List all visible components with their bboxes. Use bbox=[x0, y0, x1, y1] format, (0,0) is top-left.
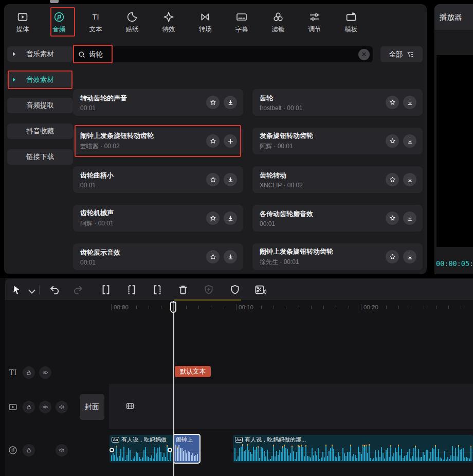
sound-effect-card[interactable]: 齿轮转动XNCLIP · 00:02 bbox=[252, 166, 423, 193]
playhead-handle[interactable] bbox=[170, 302, 176, 313]
nav-tab-label: 调节 bbox=[308, 25, 321, 34]
sidebar-item-音效素材[interactable]: 音效素材 bbox=[7, 72, 73, 87]
nav-tab-label: 音频 bbox=[53, 25, 66, 34]
search-icon bbox=[78, 50, 86, 59]
player-video-area[interactable] bbox=[436, 55, 473, 247]
download-button[interactable] bbox=[403, 250, 416, 263]
shield-icon[interactable] bbox=[229, 284, 241, 296]
player-header: 播放器 bbox=[434, 4, 473, 30]
favorite-star-button[interactable] bbox=[206, 134, 220, 148]
download-button[interactable] bbox=[224, 173, 237, 186]
header-spacer bbox=[39, 444, 51, 456]
favorite-star-button[interactable] bbox=[206, 173, 220, 186]
favorite-star-button[interactable] bbox=[206, 96, 220, 109]
audio-separation-icon[interactable] bbox=[254, 284, 266, 296]
undo-button[interactable] bbox=[48, 284, 61, 296]
split-button[interactable] bbox=[100, 284, 112, 296]
timeline-ruler[interactable]: 00:0000:1000:20 bbox=[77, 301, 473, 314]
ai-shield-icon[interactable] bbox=[203, 284, 215, 296]
chevron-down-icon[interactable] bbox=[26, 286, 38, 298]
player-panel: 播放器 00:00:05:05 bbox=[434, 4, 473, 274]
cover-button[interactable]: 封面 bbox=[80, 394, 104, 420]
delete-button[interactable] bbox=[177, 284, 189, 296]
search-input[interactable]: 齿轮 ✕ bbox=[73, 46, 373, 62]
nav-tab-转场[interactable]: 转场 bbox=[189, 7, 222, 38]
download-button[interactable] bbox=[403, 211, 416, 225]
redo-button[interactable] bbox=[72, 284, 84, 296]
select-cursor-icon[interactable] bbox=[10, 284, 23, 296]
sidebar-item-label: 音频提取 bbox=[26, 101, 54, 110]
filter-all-button[interactable]: 全部 bbox=[380, 46, 423, 62]
lock-icon[interactable] bbox=[23, 366, 35, 379]
sound-effect-card[interactable]: 齿轮frostbelt · 00:01 bbox=[252, 89, 423, 116]
favorite-star-button[interactable] bbox=[206, 211, 220, 225]
ruler-tick bbox=[149, 306, 149, 309]
card-actions bbox=[386, 96, 416, 109]
favorite-star-button[interactable] bbox=[386, 250, 399, 263]
nav-tab-字幕[interactable]: 字幕 bbox=[225, 7, 258, 38]
ruler-tick bbox=[161, 306, 161, 309]
eye-icon[interactable] bbox=[39, 366, 51, 379]
download-button[interactable] bbox=[403, 134, 416, 148]
download-button[interactable] bbox=[403, 173, 416, 186]
expand-triangle-icon bbox=[13, 52, 15, 56]
sound-title: 齿轮 bbox=[260, 94, 302, 103]
text-clip[interactable]: 默认文本 bbox=[175, 366, 211, 377]
nav-tab-贴纸[interactable]: 贴纸 bbox=[116, 7, 149, 38]
lock-icon[interactable] bbox=[23, 401, 35, 413]
clip-label-row: 闹钟上 bbox=[174, 435, 199, 443]
ruler-major-tick bbox=[236, 304, 236, 310]
audio-clip-1[interactable]: Aa 有人说，吃妈妈做 bbox=[110, 435, 173, 463]
card-text: 发条旋钮转动齿轮阿辉 · 00:01 bbox=[260, 131, 313, 151]
speaker-icon[interactable] bbox=[56, 401, 68, 413]
favorite-star-button[interactable] bbox=[386, 211, 399, 225]
lock-icon[interactable] bbox=[23, 444, 35, 456]
sound-effect-card[interactable]: 闹钟上发条旋钮转动齿轮徐先生 · 00:01 bbox=[252, 243, 423, 270]
keyframe-dot[interactable] bbox=[168, 448, 172, 452]
sound-effect-card[interactable]: 齿轮机械声阿辉 · 00:01 bbox=[73, 205, 243, 232]
ruler-tick bbox=[336, 306, 336, 309]
card-actions bbox=[206, 134, 237, 148]
nav-tab-音频[interactable]: 音频 bbox=[43, 7, 76, 38]
add-to-timeline-button[interactable] bbox=[224, 134, 237, 148]
sound-effect-card[interactable]: 各传动齿轮磨音效00:01 bbox=[252, 205, 423, 232]
nav-tab-模板[interactable]: 模板 bbox=[335, 7, 368, 38]
split-delete-left-button[interactable] bbox=[125, 284, 138, 296]
sidebar-item-音频提取[interactable]: 音频提取 bbox=[7, 98, 73, 113]
sound-effect-card[interactable]: 齿轮曲柄小00:01 bbox=[73, 166, 243, 193]
favorite-star-button[interactable] bbox=[386, 96, 399, 109]
ruler-tick bbox=[398, 306, 399, 309]
eye-icon[interactable] bbox=[39, 401, 51, 413]
video-track-row[interactable] bbox=[109, 384, 473, 429]
split-delete-right-button[interactable] bbox=[151, 284, 163, 296]
speaker-icon[interactable] bbox=[56, 444, 68, 456]
clip-label: 有人说，吃妈妈做 bbox=[121, 436, 167, 444]
nav-tab-文本[interactable]: TI文本 bbox=[79, 7, 112, 38]
download-button[interactable] bbox=[403, 96, 416, 109]
effects-icon bbox=[162, 10, 175, 24]
sidebar-item-链接下载[interactable]: 链接下载 bbox=[7, 149, 73, 165]
audio-clip-selected[interactable]: 闹钟上 bbox=[173, 434, 201, 464]
nav-tab-调节[interactable]: 调节 bbox=[298, 7, 331, 38]
sound-effect-card[interactable]: 齿轮展示音效00:01 bbox=[73, 243, 243, 270]
favorite-star-button[interactable] bbox=[206, 250, 220, 263]
audio-clip-2[interactable]: Aa 有人说，吃妈妈做的那... bbox=[233, 435, 473, 463]
download-button[interactable] bbox=[224, 250, 237, 263]
clear-search-button[interactable]: ✕ bbox=[358, 49, 370, 60]
sidebar-item-抖音收藏[interactable]: 抖音收藏 bbox=[7, 124, 73, 139]
ruler-tick bbox=[436, 306, 436, 309]
download-button[interactable] bbox=[224, 211, 237, 225]
nav-tab-滤镜[interactable]: 滤镜 bbox=[262, 7, 295, 38]
sidebar-item-音乐素材[interactable]: 音乐素材 bbox=[7, 46, 73, 62]
card-text: 齿轮转动XNCLIP · 00:02 bbox=[260, 171, 303, 189]
aa-badge-icon: Aa bbox=[235, 437, 243, 443]
sound-effect-card[interactable]: 转动齿轮的声音00:01 bbox=[73, 89, 243, 116]
download-button[interactable] bbox=[224, 96, 237, 109]
sound-effect-card[interactable]: 闹钟上发条旋钮转动齿轮芸喵酱 · 00:02 bbox=[73, 128, 243, 154]
nav-tab-特效[interactable]: 特效 bbox=[152, 7, 185, 38]
favorite-star-button[interactable] bbox=[386, 134, 399, 148]
favorite-star-button[interactable] bbox=[386, 173, 399, 186]
nav-tab-媒体[interactable]: 媒体 bbox=[6, 7, 39, 38]
sound-effect-card[interactable]: 发条旋钮转动齿轮阿辉 · 00:01 bbox=[252, 128, 423, 154]
keyframe-dot[interactable] bbox=[110, 448, 114, 452]
